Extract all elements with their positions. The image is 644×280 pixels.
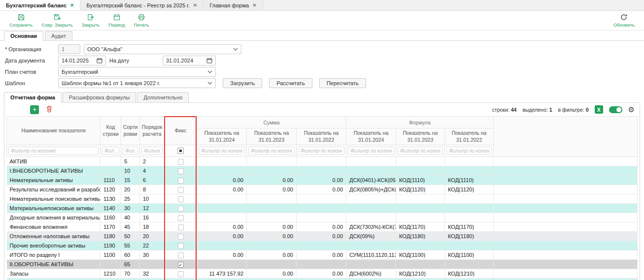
filter-input-sum-2023[interactable] [248, 147, 295, 155]
table-row[interactable]: Налог на добавленную стоимость по пр...1… [7, 279, 638, 280]
checkbox-icon[interactable] [178, 252, 184, 258]
grid-cell: 0.00 [247, 232, 297, 241]
checkbox-icon[interactable] [178, 187, 184, 193]
col-header-order[interactable]: Порядок расчета [140, 117, 165, 145]
col-header-fix[interactable]: Фикс [165, 117, 197, 145]
table-row[interactable]: Доходные вложения в материальные ц...116… [7, 213, 638, 222]
col-header-name[interactable]: Наименование показателя [7, 117, 101, 145]
grid-cell: 0.00 [247, 185, 297, 194]
save-close-button[interactable]: Сокр. Закрыть [37, 12, 77, 29]
grid-cell: 15 [121, 176, 140, 185]
filter-input-sort[interactable] [123, 147, 138, 155]
add-row-button[interactable]: + [30, 105, 39, 114]
filter-input-sum-2024[interactable] [199, 147, 245, 155]
grid-cell: 0.00 [297, 222, 346, 232]
col-header-code[interactable]: Код строки [101, 117, 121, 145]
tab-report-form[interactable]: Отчетная форма [4, 92, 62, 103]
table-row[interactable]: Запасы1210703211 473 157.920.000.00ДСН(6… [7, 269, 638, 279]
col-header-formula-2022[interactable]: Показатель на 31.01.2022 [445, 128, 494, 145]
checkbox-icon[interactable] [178, 234, 184, 240]
table-row[interactable]: Материальныепоисковые активы11403012 [7, 204, 638, 213]
fix-filter-checkbox[interactable] [177, 148, 184, 154]
grid-cell: 0.00 [197, 232, 247, 241]
table-row[interactable]: II.ОБОРОТНЫЕ АКТИВЫ65✓ [7, 260, 638, 269]
gear-icon[interactable]: ⚙ [628, 106, 635, 113]
window-tab-registry[interactable]: Бухгалтерский баланс - Реестр за 2025 г.… [80, 0, 203, 10]
org-select[interactable]: ООО "Альфа" [84, 44, 241, 54]
doc-date-field[interactable]: 14.01.2025 [58, 56, 106, 65]
close-icon[interactable]: ✕ [70, 2, 74, 8]
table-row[interactable]: АКТИВ52 [7, 157, 638, 166]
chart-of-accounts-select[interactable]: Бухгалтерский [58, 67, 216, 77]
col-header-sum-2024[interactable]: Показатель на 31.01.2024 [197, 128, 247, 145]
grid-cell [396, 260, 445, 269]
filter-input-formula-2024[interactable] [348, 147, 394, 155]
filter-toggle[interactable] [609, 106, 622, 113]
window-tab-mainform[interactable]: Главная форма ✕ [203, 0, 263, 10]
tab-extra[interactable]: Дополнительно [137, 92, 189, 102]
checkbox-icon[interactable] [178, 178, 184, 184]
grid-cell [494, 250, 638, 260]
close-icon[interactable]: ✕ [193, 2, 197, 8]
grid-cell: КОД(1210) [445, 269, 494, 279]
filter-input-formula-2022[interactable] [446, 147, 492, 155]
table-row[interactable]: Нематериальные поисковые активы11302510 [7, 194, 638, 204]
filter-input-name[interactable] [8, 147, 99, 155]
period-button-label: Период [108, 22, 125, 28]
table-row[interactable]: Отложенные налоговые активы118050200.000… [7, 232, 638, 241]
calendar-icon [113, 13, 121, 21]
calendar-icon[interactable] [206, 58, 212, 63]
checkbox-icon[interactable] [178, 271, 184, 277]
period-button[interactable]: Период [104, 12, 129, 29]
checkbox-icon[interactable] [178, 206, 184, 212]
filter-input-formula-2023[interactable] [398, 147, 443, 155]
col-header-sum-2022[interactable]: Показатель на 31.01.2022 [297, 128, 346, 145]
grid-cell: 8 [140, 185, 165, 194]
org-code-field[interactable]: 1 [58, 44, 80, 54]
table-row[interactable]: Нематериальные активы11101560.000.000.00… [7, 176, 638, 185]
checkbox-icon[interactable] [178, 215, 184, 221]
filter-input-code[interactable] [102, 147, 119, 155]
on-date-field[interactable]: 31.01.2024 [163, 56, 216, 65]
grid-statusbar: строки:44 выделено:1 в фильтре:0 X ⚙ [492, 105, 635, 114]
delete-row-button[interactable] [45, 105, 54, 114]
window-tab-balance[interactable]: Бухгалтерский баланс ✕ [0, 0, 80, 10]
table-row[interactable]: I.ВНЕОБОРОТНЫЕ АКТИВЫ104 [7, 166, 638, 176]
col-header-sort[interactable]: Сорти ровки [121, 117, 140, 145]
grid-cell [101, 157, 121, 166]
checkbox-icon[interactable] [178, 224, 184, 230]
table-row[interactable]: Финансовые вложения117045180.000.000.00Д… [7, 222, 638, 232]
refresh-button[interactable]: Обновить [609, 12, 639, 29]
close-icon[interactable]: ✕ [252, 2, 256, 8]
tab-main[interactable]: Основная [4, 31, 43, 41]
checkbox-icon[interactable] [178, 243, 184, 249]
excel-export-icon[interactable]: X [595, 105, 603, 114]
col-header-sum-2023[interactable]: Показатель на 31.01.2023 [247, 128, 297, 145]
checkbox-checked-icon[interactable]: ✓ [178, 262, 184, 268]
grid-cell: Нематериальные активы [7, 176, 101, 185]
col-header-formula-2024[interactable]: Показатель на 31.01.2024 [346, 128, 396, 145]
col-header-formula-2023[interactable]: Показатель на 31.01.2023 [396, 128, 445, 145]
calendar-icon[interactable] [97, 58, 102, 63]
table-row[interactable]: Прочие внеоборотные активы11905522 [7, 241, 638, 250]
recalculate-button[interactable]: Пересчитать [319, 78, 366, 88]
grid-cell: 0.00 [297, 176, 346, 185]
checkbox-icon[interactable] [178, 196, 184, 202]
grid-cell: КОД(1170) [445, 222, 494, 232]
template-select[interactable]: Шаблон формы №1 от 1 января 2022 г. [58, 78, 216, 88]
table-row[interactable]: ИТОГО по разделу I110060300.000.000.00СУ… [7, 250, 638, 260]
load-button[interactable]: Загрузить [223, 78, 262, 88]
print-button[interactable]: Печать [130, 12, 154, 29]
checkbox-icon[interactable] [178, 159, 184, 165]
calculate-button[interactable]: Рассчитать [269, 78, 312, 88]
close-button[interactable]: Закрыть [77, 12, 104, 29]
filter-input-order[interactable] [141, 147, 163, 155]
tab-formula-decode[interactable]: Расшифровка формулы [63, 92, 136, 102]
grid-cell [494, 185, 638, 194]
tab-audit[interactable]: Аудит [45, 31, 72, 40]
save-button[interactable]: Сохранить [5, 12, 37, 29]
grid-cell: 55 [121, 241, 140, 250]
filter-input-sum-2022[interactable] [298, 147, 344, 155]
checkbox-icon[interactable] [178, 168, 184, 174]
table-row[interactable]: Результаты исследований и разработок1120… [7, 185, 638, 194]
